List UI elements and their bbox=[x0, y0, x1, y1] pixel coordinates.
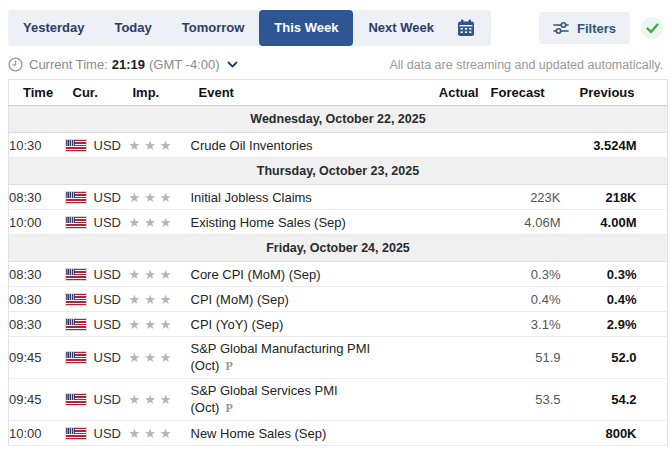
event-name: Existing Home Sales (Sep) bbox=[191, 215, 346, 230]
event-row[interactable]: 08:30USD★★★Initial Jobless Claims223K218… bbox=[9, 185, 668, 210]
event-name: Crude Oil Inventories bbox=[191, 138, 313, 153]
calendar-icon[interactable] bbox=[449, 19, 487, 37]
current-time-label: Current Time: bbox=[29, 57, 108, 72]
importance-stars: ★★★ bbox=[129, 292, 176, 307]
col-header-actual: Actual bbox=[437, 80, 491, 106]
event-actual bbox=[437, 262, 491, 287]
filters-button[interactable]: Filters bbox=[539, 12, 630, 44]
currency-code: USD bbox=[94, 350, 121, 365]
event-actual bbox=[437, 185, 491, 210]
event-row[interactable]: 08:30USD★★★Core CPI (MoM) (Sep)0.3%0.3% bbox=[9, 262, 668, 287]
event-link[interactable]: New Home Sales (Sep) bbox=[191, 425, 327, 442]
event-name: Initial Jobless Claims bbox=[191, 190, 312, 205]
importance-stars: ★★★ bbox=[129, 350, 176, 365]
event-previous: 4.00M bbox=[561, 210, 637, 235]
importance-stars: ★★★ bbox=[129, 215, 176, 230]
event-previous: 800K bbox=[561, 421, 637, 446]
row-spacer bbox=[637, 379, 668, 421]
importance-stars: ★★★ bbox=[129, 267, 176, 282]
col-header-spacer bbox=[637, 80, 668, 106]
event-forecast bbox=[491, 421, 561, 446]
currency-code: USD bbox=[94, 267, 121, 282]
currency-cell: USD bbox=[65, 138, 129, 153]
event-link[interactable]: CPI (MoM) (Sep) bbox=[191, 291, 289, 308]
currency-code: USD bbox=[94, 392, 121, 407]
event-forecast: 53.5 bbox=[491, 379, 561, 421]
currency-code: USD bbox=[94, 190, 121, 205]
row-spacer bbox=[637, 210, 668, 235]
us-flag-icon bbox=[65, 427, 87, 440]
us-flag-icon bbox=[65, 293, 87, 306]
currency-cell: USD bbox=[65, 392, 129, 407]
importance-stars: ★★★ bbox=[129, 317, 176, 332]
col-header-time: Time bbox=[9, 80, 65, 106]
day-header-row: Wednesday, October 22, 2025 bbox=[9, 106, 668, 133]
event-time: 10:00 bbox=[9, 210, 65, 235]
event-forecast: 0.3% bbox=[491, 262, 561, 287]
filters-label: Filters bbox=[577, 21, 616, 36]
event-previous: 54.2 bbox=[561, 379, 637, 421]
event-name: New Home Sales (Sep) bbox=[191, 426, 327, 441]
event-row[interactable]: 09:45USD★★★S&P Global Manufacturing PMI … bbox=[9, 337, 668, 379]
event-row[interactable]: 09:45USD★★★S&P Global Services PMI (Oct)… bbox=[9, 379, 668, 421]
event-forecast: 51.9 bbox=[491, 337, 561, 379]
row-spacer bbox=[637, 185, 668, 210]
event-row[interactable]: 10:00USD★★★Existing Home Sales (Sep)4.06… bbox=[9, 210, 668, 235]
tab-next-week[interactable]: Next Week bbox=[353, 10, 449, 46]
timezone-value: (GMT -4:00) bbox=[149, 57, 220, 72]
event-actual bbox=[437, 312, 491, 337]
event-time: 09:45 bbox=[9, 337, 65, 379]
event-actual bbox=[437, 210, 491, 235]
toolbar: YesterdayTodayTomorrowThis WeekNext Week bbox=[8, 10, 663, 46]
currency-code: USD bbox=[94, 317, 121, 332]
event-forecast: 223K bbox=[491, 185, 561, 210]
sliders-icon bbox=[553, 21, 569, 35]
event-previous: 0.4% bbox=[561, 287, 637, 312]
event-row[interactable]: 10:00USD★★★New Home Sales (Sep)800K bbox=[9, 421, 668, 446]
event-row[interactable]: 08:30USD★★★CPI (YoY) (Sep)3.1%2.9% bbox=[9, 312, 668, 337]
tab-today[interactable]: Today bbox=[99, 10, 166, 46]
check-icon bbox=[641, 17, 663, 39]
tab-tomorrow[interactable]: Tomorrow bbox=[167, 10, 260, 46]
event-previous: 2.9% bbox=[561, 312, 637, 337]
tab-this-week[interactable]: This Week bbox=[259, 10, 353, 46]
event-time: 09:45 bbox=[9, 379, 65, 421]
event-link[interactable]: Initial Jobless Claims bbox=[191, 189, 312, 206]
event-row[interactable]: 08:30USD★★★CPI (MoM) (Sep)0.4%0.4% bbox=[9, 287, 668, 312]
currency-code: USD bbox=[94, 292, 121, 307]
event-link[interactable]: Crude Oil Inventories bbox=[191, 137, 313, 154]
currency-cell: USD bbox=[65, 267, 129, 282]
event-actual bbox=[437, 379, 491, 421]
event-name: Core CPI (MoM) (Sep) bbox=[191, 267, 321, 282]
event-time: 08:30 bbox=[9, 262, 65, 287]
event-actual bbox=[437, 421, 491, 446]
currency-cell: USD bbox=[65, 350, 129, 365]
preliminary-icon: P bbox=[225, 359, 232, 373]
event-actual bbox=[437, 133, 491, 158]
event-link[interactable]: Core CPI (MoM) (Sep) bbox=[191, 266, 321, 283]
col-header-previous: Previous bbox=[561, 80, 637, 106]
event-forecast bbox=[491, 133, 561, 158]
current-time-control[interactable]: Current Time: 21:19 (GMT -4:00) bbox=[8, 57, 238, 72]
event-previous: 52.0 bbox=[561, 337, 637, 379]
day-date-label: Wednesday, October 22, 2025 bbox=[9, 106, 668, 133]
event-previous: 3.524M bbox=[561, 133, 637, 158]
event-time: 08:30 bbox=[9, 287, 65, 312]
event-link[interactable]: CPI (YoY) (Sep) bbox=[191, 316, 284, 333]
event-row[interactable]: 10:30USD★★★Crude Oil Inventories3.524M bbox=[9, 133, 668, 158]
event-time: 08:30 bbox=[9, 312, 65, 337]
col-header-forecast: Forecast bbox=[491, 80, 561, 106]
us-flag-icon bbox=[65, 318, 87, 331]
event-link[interactable]: Existing Home Sales (Sep) bbox=[191, 214, 346, 231]
currency-cell: USD bbox=[65, 190, 129, 205]
clock-icon bbox=[8, 57, 23, 72]
day-header-row: Thursday, October 23, 2025 bbox=[9, 158, 668, 185]
currency-cell: USD bbox=[65, 292, 129, 307]
us-flag-icon bbox=[65, 268, 87, 281]
tab-yesterday[interactable]: Yesterday bbox=[8, 10, 99, 46]
event-name: CPI (YoY) (Sep) bbox=[191, 317, 284, 332]
time-bar: Current Time: 21:19 (GMT -4:00) All data… bbox=[8, 57, 663, 72]
event-link[interactable]: S&P Global Manufacturing PMI (Oct)P bbox=[191, 340, 383, 375]
event-link[interactable]: S&P Global Services PMI (Oct)P bbox=[191, 382, 383, 417]
toolbar-right: Filters bbox=[539, 12, 663, 44]
